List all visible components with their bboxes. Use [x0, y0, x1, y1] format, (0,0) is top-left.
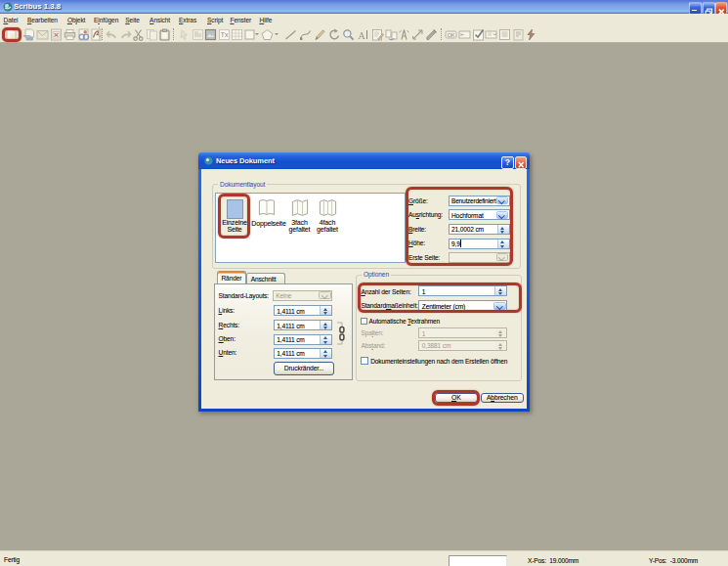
svg-text:Tx: Tx: [220, 31, 228, 38]
svg-text:A: A: [359, 29, 366, 40]
svg-text:OK: OK: [447, 31, 454, 37]
